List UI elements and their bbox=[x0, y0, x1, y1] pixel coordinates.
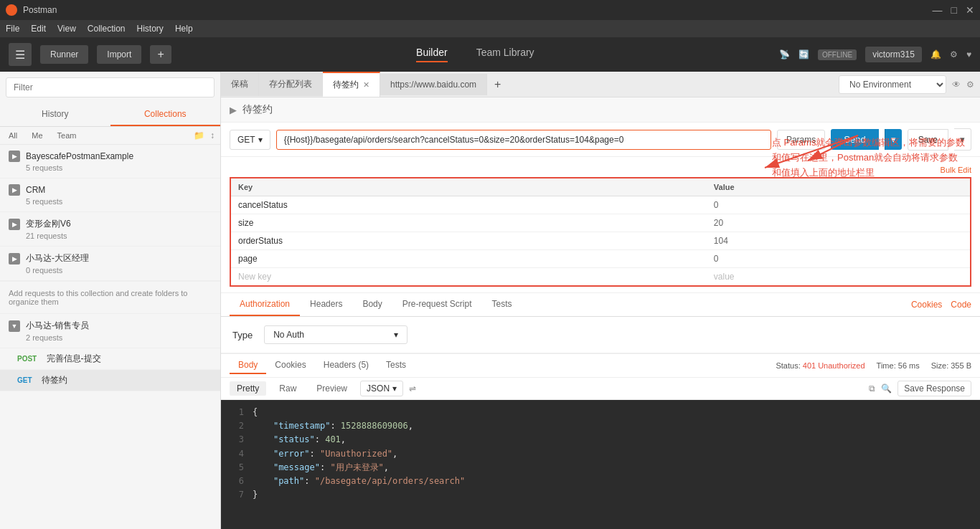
tab-team-library[interactable]: Team Library bbox=[476, 47, 534, 62]
copy-icon[interactable]: ⧉ bbox=[869, 383, 875, 394]
param-key[interactable]: size bbox=[230, 214, 707, 232]
collection-item[interactable]: ▼ 小马达-销售专员 2 requests bbox=[0, 314, 220, 348]
menu-help[interactable]: Help bbox=[175, 24, 193, 34]
filter-input[interactable] bbox=[6, 77, 215, 97]
save-dropdown-button[interactable]: ▾ bbox=[954, 128, 971, 151]
collection-item[interactable]: ▶ BayescafePostmanExample 5 requests bbox=[0, 145, 220, 178]
list-item[interactable]: POST 完善信息-提交 bbox=[0, 348, 220, 370]
auth-type-dropdown-icon: ▾ bbox=[394, 330, 398, 340]
req-tab-label: 存分配列表 bbox=[269, 78, 312, 90]
code-line: 4 "error": "Unauthorized", bbox=[230, 447, 971, 461]
auth-tab-pre-request[interactable]: Pre-request Script bbox=[392, 293, 482, 316]
sidebar: History Collections All Me Team 📁 ↕ ▶ Ba… bbox=[0, 72, 221, 529]
param-value[interactable]: 20 bbox=[707, 214, 971, 232]
collection-item[interactable]: ▶ 变形金刚V6 21 requests bbox=[0, 212, 220, 247]
list-item[interactable]: GET 待签约 bbox=[0, 370, 220, 391]
req-tab-active[interactable]: 待签约 ✕ bbox=[323, 72, 380, 97]
response-tab-body[interactable]: Body bbox=[230, 357, 266, 374]
send-dropdown-button[interactable]: ▾ bbox=[885, 129, 902, 150]
bulk-edit-link[interactable]: Bulk Edit bbox=[941, 166, 971, 174]
req-tab-label: 保稿 bbox=[231, 78, 248, 90]
param-key[interactable]: orderStatus bbox=[230, 232, 707, 250]
menu-view[interactable]: View bbox=[57, 24, 76, 34]
save-response-button[interactable]: Save Response bbox=[897, 381, 971, 396]
url-input[interactable] bbox=[276, 130, 771, 150]
line-number: 6 bbox=[230, 475, 244, 488]
subtab-all[interactable]: All bbox=[6, 130, 20, 141]
menu-edit[interactable]: Edit bbox=[31, 24, 46, 34]
format-icon[interactable]: ⇌ bbox=[409, 383, 416, 394]
table-row: size 20 bbox=[230, 214, 971, 232]
param-value[interactable]: 104 bbox=[707, 232, 971, 250]
format-tab-pretty[interactable]: Pretty bbox=[230, 381, 266, 396]
tab-collections[interactable]: Collections bbox=[110, 103, 221, 126]
menu-collection[interactable]: Collection bbox=[88, 24, 126, 34]
auth-type-select[interactable]: No Auth ▾ bbox=[264, 325, 407, 344]
collection-name: CRM bbox=[26, 185, 45, 195]
method-badge-get: GET bbox=[14, 376, 35, 385]
new-button[interactable]: + bbox=[150, 45, 171, 64]
new-key-field[interactable]: New key bbox=[230, 268, 707, 287]
minimize-button[interactable]: — bbox=[933, 4, 943, 16]
sort-icon[interactable]: ↕ bbox=[210, 130, 215, 140]
response-tab-headers[interactable]: Headers (5) bbox=[315, 357, 377, 374]
close-button[interactable]: ✕ bbox=[966, 4, 974, 16]
code-line: 5 "message": "用户未登录", bbox=[230, 461, 971, 475]
method-select[interactable]: GET ▾ bbox=[230, 130, 270, 150]
auth-type-row: Type No Auth ▾ bbox=[221, 317, 980, 353]
maximize-button[interactable]: □ bbox=[951, 4, 957, 16]
titlebar-controls[interactable]: — □ ✕ bbox=[933, 4, 974, 16]
env-settings-icon[interactable]: ⚙ bbox=[966, 80, 974, 90]
collection-name: BayescafePostmanExample bbox=[26, 151, 133, 161]
import-button[interactable]: Import bbox=[97, 45, 141, 64]
param-key[interactable]: page bbox=[230, 250, 707, 268]
search-icon[interactable]: 🔍 bbox=[881, 383, 892, 394]
heart-icon[interactable]: ♥ bbox=[966, 49, 971, 59]
bell-icon[interactable]: 🔔 bbox=[930, 49, 941, 59]
param-key[interactable]: cancelStatus bbox=[230, 196, 707, 214]
format-tab-preview[interactable]: Preview bbox=[309, 381, 354, 396]
env-selector[interactable]: No Environment bbox=[839, 75, 946, 94]
tab-history[interactable]: History bbox=[0, 103, 110, 126]
sidebar-icons: 📁 ↕ bbox=[194, 130, 215, 140]
collection-item[interactable]: ▶ 小马达-大区经理 0 requests bbox=[0, 247, 220, 281]
menu-file[interactable]: File bbox=[6, 24, 19, 34]
menu-history[interactable]: History bbox=[137, 24, 164, 34]
settings-icon[interactable]: ⚙ bbox=[950, 49, 958, 59]
add-tab-button[interactable]: + bbox=[487, 72, 508, 97]
env-eye-icon[interactable]: 👁 bbox=[952, 80, 961, 90]
subtab-team[interactable]: Team bbox=[55, 130, 80, 141]
runner-button[interactable]: Runner bbox=[40, 45, 88, 64]
collection-item[interactable]: ▶ CRM 5 requests bbox=[0, 178, 220, 212]
main-content: 保稿 存分配列表 待签约 ✕ https://www.baidu.com + N… bbox=[221, 72, 980, 529]
cookies-link[interactable]: Cookies bbox=[911, 300, 942, 310]
req-tab[interactable]: 存分配列表 bbox=[259, 72, 323, 96]
send-button[interactable]: Send bbox=[831, 129, 878, 150]
auth-tab-tests[interactable]: Tests bbox=[481, 293, 522, 316]
params-button[interactable]: Params bbox=[777, 130, 825, 150]
response-tab-tests[interactable]: Tests bbox=[377, 357, 415, 374]
titlebar-title: Postman bbox=[23, 5, 57, 15]
auth-tab-headers[interactable]: Headers bbox=[300, 293, 352, 316]
new-folder-icon[interactable]: 📁 bbox=[194, 130, 204, 140]
param-value[interactable]: 0 bbox=[707, 196, 971, 214]
titlebar-left: Postman bbox=[6, 4, 57, 16]
auth-tab-authorization[interactable]: Authorization bbox=[230, 293, 300, 316]
user-badge[interactable]: victorm315 bbox=[865, 47, 922, 62]
req-tab[interactable]: 保稿 bbox=[221, 72, 259, 96]
new-value-field[interactable]: value bbox=[707, 268, 971, 287]
req-tab-close-icon[interactable]: ✕ bbox=[363, 80, 369, 90]
code-link[interactable]: Code bbox=[951, 300, 971, 310]
format-tab-raw[interactable]: Raw bbox=[272, 381, 303, 396]
size-value: 355 B bbox=[951, 361, 971, 370]
subtab-me[interactable]: Me bbox=[29, 130, 45, 141]
auth-tab-body[interactable]: Body bbox=[352, 293, 392, 316]
sidebar-toggle-button[interactable]: ☰ bbox=[9, 43, 32, 66]
tab-builder[interactable]: Builder bbox=[416, 47, 448, 62]
format-select[interactable]: JSON ▾ bbox=[360, 381, 403, 396]
param-value[interactable]: 0 bbox=[707, 250, 971, 268]
collection-count: 21 requests bbox=[9, 230, 212, 240]
save-button[interactable]: Save bbox=[908, 129, 948, 151]
response-tab-cookies[interactable]: Cookies bbox=[266, 357, 314, 374]
req-tab[interactable]: https://www.baidu.com bbox=[380, 74, 487, 95]
